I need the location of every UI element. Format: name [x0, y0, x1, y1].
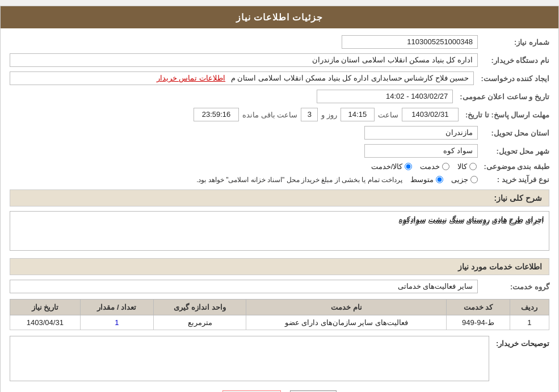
announce-date-value: 1403/02/27 - 14:02: [317, 90, 453, 103]
buyer-org-value: اداره کل بنیاد مسکن انقلاب اسلامی استان …: [10, 53, 478, 67]
city-value: سواد کوه: [364, 144, 478, 158]
buyer-desc-section: توصیحات خریدار:: [10, 336, 549, 381]
services-table-section: ردیف کد خدمت نام خدمت واحد اندازه گیری ت…: [10, 299, 549, 330]
process-type-radio-group: جزیی متوسط پرداخت تمام یا بخشی از مبلغ خ…: [196, 175, 478, 184]
reply-deadline-label: مهلت ارسال پاسخ: تا تاریخ:: [462, 111, 549, 119]
col-quantity: تعداد / مقدار: [80, 300, 153, 315]
reply-time-value: 14:15: [341, 108, 375, 121]
table-cell: 1: [80, 315, 153, 330]
request-creator-value: حسین فلاح کارشناس حسابداری اداره کل بنیا…: [10, 71, 474, 85]
col-name: نام خدمت: [246, 300, 447, 315]
service-group-value: سایر فعالیت‌های خدماتی: [10, 280, 478, 293]
buyer-desc-label: توصیحات خریدار:: [493, 336, 549, 348]
table-cell: مترمربع: [154, 315, 246, 330]
reply-time-label: ساعت: [378, 111, 398, 119]
page-title: جزئیات اطلاعات نیاز: [236, 12, 323, 22]
category-option-kala-khedmat[interactable]: کالا/خدمت: [371, 162, 413, 171]
category-option-khedmat[interactable]: خدمت: [420, 162, 449, 171]
need-description-textarea[interactable]: [10, 211, 549, 251]
reply-days-label: روز و: [321, 111, 337, 119]
buyer-org-label: نام دستگاه خریدار:: [481, 56, 549, 65]
request-creator-label: ایجاد کننده درخواست:: [477, 74, 549, 83]
need-number-value: 1103005251000348: [342, 35, 478, 49]
services-section-title: اطلاعات خدمات مورد نیاز: [10, 258, 549, 275]
process-type-note: پرداخت تمام یا بخشی از مبلغ خریداز محل "…: [196, 176, 402, 184]
remaining-time-label: ساعت باقی مانده: [242, 111, 297, 119]
buyer-desc-textarea[interactable]: [10, 336, 489, 381]
remaining-time-value: 23:59:16: [194, 108, 239, 121]
announce-date-label: تاریخ و ساعت اعلان عمومی:: [456, 92, 549, 101]
col-date: تاریخ نیاز: [10, 300, 81, 315]
process-type-jozi[interactable]: جزیی: [451, 175, 478, 184]
table-row: 1ط-94-949فعالیت‌های سایر سازمان‌های دارا…: [10, 315, 549, 330]
process-type-motavaset[interactable]: متوسط: [410, 175, 443, 184]
reply-date-value: 1403/02/31: [402, 108, 459, 121]
category-label: طبقه بندی موضوعی:: [480, 162, 549, 171]
table-cell: 1403/04/31: [10, 315, 81, 330]
service-group-label: گروه خدمت:: [481, 283, 549, 291]
reply-days-value: 3: [301, 108, 318, 121]
city-label: شهر محل تحویل:: [481, 147, 549, 155]
province-label: استان محل تحویل:: [481, 129, 549, 137]
col-unit: واحد اندازه گیری: [154, 300, 246, 315]
col-code: کد خدمت: [447, 300, 510, 315]
col-row: ردیف: [510, 300, 549, 315]
table-cell: ط-94-949: [447, 315, 510, 330]
category-radio-group: کالا خدمت کالا/خدمت: [371, 162, 477, 171]
page-header: جزئیات اطلاعات نیاز: [1, 6, 558, 28]
table-cell: فعالیت‌های سایر سازمان‌های دارای عضو: [246, 315, 447, 330]
category-option-kala[interactable]: کالا: [457, 162, 477, 171]
need-number-label: شماره نیاز:: [481, 38, 549, 47]
process-type-label: نوع فرآیند خرید :: [481, 175, 549, 184]
services-table: ردیف کد خدمت نام خدمت واحد اندازه گیری ت…: [10, 299, 549, 330]
table-cell: 1: [510, 315, 549, 330]
need-desc-section-title: شرح کلی نیاز:: [10, 189, 549, 206]
contact-info-link[interactable]: اطلاعات تماس خریدار: [157, 74, 225, 82]
province-value: مازندران: [364, 126, 478, 140]
